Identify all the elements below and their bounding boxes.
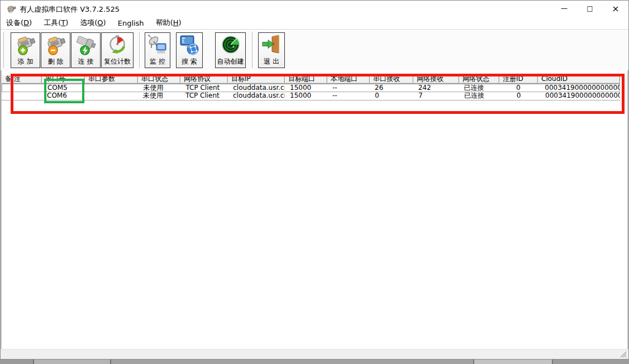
reset-counter-icon [102, 33, 133, 58]
toolbar: 添 加 删 除 [1, 29, 628, 70]
menu-item-english[interactable]: English [118, 19, 144, 27]
menu-item-device[interactable]: 设备(D) [6, 18, 32, 28]
monitor-icon [145, 33, 170, 58]
titlebar[interactable]: 有人虚拟串口软件 V3.7.2.525 — □ × [1, 1, 628, 17]
app-window: 有人虚拟串口软件 V3.7.2.525 — □ × 设备(D) 工具(T) 选项… [0, 0, 629, 364]
monitor-button-label: 监 控 [145, 58, 170, 65]
search-icon [177, 33, 202, 58]
minimize-icon: — [561, 4, 568, 12]
auto-create-button-label: 自动创建 [216, 58, 245, 65]
background-windows-strip [0, 359, 629, 364]
auto-create-button[interactable]: 自动创建 [215, 32, 246, 68]
statusbar [1, 349, 628, 359]
connect-button[interactable]: 连 接 [71, 32, 101, 68]
toolbar-separator [139, 32, 141, 68]
menu-item-options[interactable]: 选项(O) [80, 18, 106, 28]
auto-create-icon [216, 33, 245, 58]
toolbar-separator [252, 32, 254, 68]
menubar: 设备(D) 工具(T) 选项(O) English 帮助(H) [1, 17, 628, 29]
menu-item-tools[interactable]: 工具(T) [44, 18, 68, 28]
minimize-button[interactable]: — [551, 1, 577, 17]
maximize-icon: □ [587, 4, 593, 12]
maximize-button[interactable]: □ [577, 1, 603, 17]
exit-icon [259, 33, 284, 58]
reset-counter-button[interactable]: 复位计数 [101, 32, 134, 68]
add-button-label: 添 加 [11, 58, 40, 65]
window-title: 有人虚拟串口软件 V3.7.2.525 [20, 4, 120, 15]
resize-grip-icon[interactable] [620, 351, 627, 358]
menu-item-help[interactable]: 帮助(H) [156, 18, 182, 28]
red-annotation-box [11, 74, 625, 114]
close-button[interactable]: × [603, 1, 628, 17]
delete-serial-port-icon [41, 33, 70, 58]
serial-connector-icon [7, 4, 17, 13]
close-icon: × [612, 3, 619, 14]
reset-counter-button-label: 复位计数 [102, 58, 133, 65]
delete-button-label: 删 除 [41, 58, 70, 65]
add-serial-port-icon [11, 33, 40, 58]
connect-button-label: 连 接 [72, 58, 100, 65]
add-button[interactable]: 添 加 [11, 32, 40, 68]
search-button[interactable]: 搜 索 [176, 32, 203, 68]
green-annotation-box [44, 79, 84, 103]
toolbar-gripper[interactable] [3, 32, 6, 68]
connect-icon [72, 33, 100, 58]
search-button-label: 搜 索 [177, 58, 202, 65]
exit-button-label: 退 出 [259, 58, 284, 65]
exit-button[interactable]: 退 出 [258, 32, 285, 68]
delete-button[interactable]: 删 除 [41, 32, 70, 68]
monitor-button[interactable]: 监 控 [145, 32, 170, 68]
